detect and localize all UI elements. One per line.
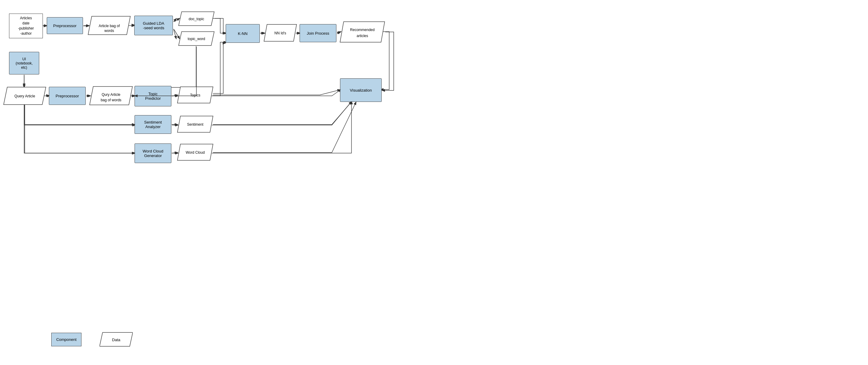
query-article-svg: Query Article — [4, 87, 46, 105]
nn-ids-svg: NN Id's — [264, 24, 297, 42]
sentiment-analyzer-label: Sentiment Analyzer — [144, 120, 162, 129]
svg-text:topic_word: topic_word — [188, 37, 205, 41]
qury-bow-svg: Qury Article bag of words — [90, 86, 132, 105]
legend-data-shape: Data — [99, 332, 133, 347]
svg-text:Query Article: Query Article — [14, 94, 35, 98]
topic-word-svg: topic_word — [179, 31, 214, 46]
word-cloud-gen-node: Word Cloud Generator — [134, 143, 172, 163]
sentiment-svg: Sentiment — [177, 115, 213, 133]
visualization-node: Visualization — [340, 78, 382, 102]
topic-predictor-node: Topic Predictor — [134, 86, 172, 106]
preprocessor1-label: Preprocessor — [53, 24, 76, 28]
doc-topic-svg: doc_topic — [179, 11, 214, 26]
knn-node: K-NN — [226, 24, 260, 43]
knn-label: K-NN — [238, 31, 248, 36]
join-process-label: Join Process — [307, 31, 329, 36]
svg-text:words: words — [104, 29, 114, 33]
svg-text:articles: articles — [356, 34, 368, 38]
topic-predictor-label: Topic Predictor — [145, 92, 161, 101]
join-process-node: Join Process — [300, 24, 336, 42]
word-cloud-svg: Word Cloud — [177, 143, 213, 161]
article-bow-svg: Article bag of words — [88, 16, 130, 35]
svg-text:bag of words: bag of words — [101, 98, 122, 102]
ui-node: UI (notebook, etc) — [9, 52, 39, 74]
legend: Component Data — [51, 332, 133, 347]
legend-data-label: Data — [112, 338, 120, 342]
visualization-label: Visualization — [350, 88, 372, 93]
topics-svg: Topics — [177, 86, 213, 104]
guided-lda-label: Guided LDA -seed words — [143, 21, 164, 30]
diagram-container: Articles date -publisher -author Preproc… — [0, 0, 868, 365]
word-cloud-gen-label: Word Cloud Generator — [143, 149, 163, 158]
diagram-arrows — [0, 0, 868, 365]
legend-component-label: Component — [56, 337, 76, 342]
legend-component-box: Component — [51, 333, 82, 346]
preprocessor2-label: Preprocessor — [56, 94, 79, 98]
svg-text:doc_topic: doc_topic — [189, 17, 204, 21]
svg-text:NN Id's: NN Id's — [275, 31, 286, 35]
recommended-svg: Recommended articles — [340, 21, 385, 43]
svg-line-45 — [172, 95, 177, 96]
legend-component-item: Component — [51, 333, 82, 346]
sentiment-analyzer-node: Sentiment Analyzer — [134, 115, 172, 134]
diagram-arrows-2 — [0, 0, 868, 365]
svg-text:Qury Article: Qury Article — [102, 93, 120, 97]
preprocessor1-node: Preprocessor — [47, 17, 83, 34]
svg-line-47 — [172, 153, 177, 153]
preprocessor2-node: Preprocessor — [49, 87, 86, 105]
articles-label: Articles date -publisher -author — [18, 16, 34, 36]
articles-node: Articles date -publisher -author — [9, 13, 43, 38]
guided-lda-node: Guided LDA -seed words — [134, 16, 173, 35]
svg-text:Word Cloud: Word Cloud — [186, 151, 205, 155]
svg-line-50 — [337, 32, 340, 33]
legend-data-item: Data — [99, 332, 133, 347]
svg-text:Recommended: Recommended — [350, 28, 374, 32]
ui-label: UI (notebook, etc) — [16, 57, 33, 70]
svg-text:Sentiment: Sentiment — [187, 122, 204, 127]
svg-text:Topics: Topics — [190, 93, 200, 97]
svg-text:Article bag of: Article bag of — [99, 24, 120, 28]
